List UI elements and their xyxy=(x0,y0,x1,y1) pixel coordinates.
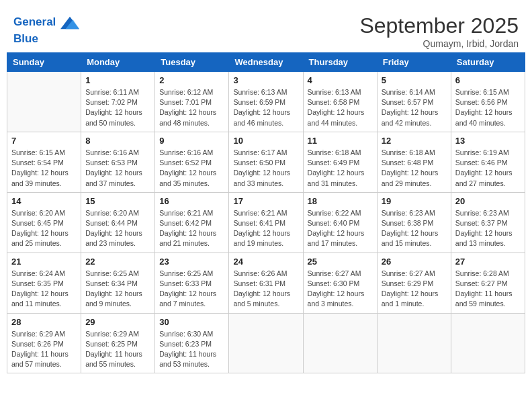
day-number: 6 xyxy=(455,75,521,85)
day-info: Sunrise: 6:30 AMSunset: 6:23 PMDaylight:… xyxy=(159,329,224,370)
day-number: 9 xyxy=(159,136,224,146)
day-info: Sunrise: 6:13 AMSunset: 6:59 PMDaylight:… xyxy=(233,87,298,128)
day-number: 5 xyxy=(382,75,447,85)
calendar-cell: 17Sunrise: 6:21 AMSunset: 6:41 PMDayligh… xyxy=(229,192,303,253)
day-number: 15 xyxy=(85,196,150,206)
calendar-cell: 19Sunrise: 6:23 AMSunset: 6:38 PMDayligh… xyxy=(377,192,451,253)
calendar-cell xyxy=(7,72,81,132)
page-header: General Blue September 2025 Qumaym, Irbi… xyxy=(7,7,525,52)
calendar-cell: 2Sunrise: 6:12 AMSunset: 7:01 PMDaylight… xyxy=(155,72,229,132)
day-info: Sunrise: 6:27 AMSunset: 6:30 PMDaylight:… xyxy=(308,269,373,310)
calendar-cell xyxy=(377,313,451,373)
calendar-cell: 9Sunrise: 6:16 AMSunset: 6:52 PMDaylight… xyxy=(155,132,229,192)
day-number: 29 xyxy=(85,317,150,327)
calendar-cell: 24Sunrise: 6:26 AMSunset: 6:31 PMDayligh… xyxy=(229,253,303,313)
day-info: Sunrise: 6:29 AMSunset: 6:26 PMDaylight:… xyxy=(11,329,77,370)
day-number: 10 xyxy=(233,136,298,146)
logo: General Blue xyxy=(13,13,79,46)
day-number: 18 xyxy=(308,196,373,206)
day-number: 28 xyxy=(11,317,77,327)
calendar-cell: 13Sunrise: 6:19 AMSunset: 6:46 PMDayligh… xyxy=(451,132,525,192)
day-number: 4 xyxy=(308,75,373,85)
day-number: 1 xyxy=(85,75,150,85)
calendar-cell: 26Sunrise: 6:27 AMSunset: 6:29 PMDayligh… xyxy=(377,253,451,313)
calendar-cell: 15Sunrise: 6:20 AMSunset: 6:44 PMDayligh… xyxy=(81,192,155,253)
day-number: 25 xyxy=(308,257,373,267)
calendar-cell: 18Sunrise: 6:22 AMSunset: 6:40 PMDayligh… xyxy=(303,192,377,253)
title-block: September 2025 Qumaym, Irbid, Jordan xyxy=(359,13,519,49)
day-info: Sunrise: 6:12 AMSunset: 7:01 PMDaylight:… xyxy=(159,87,224,128)
calendar-cell: 16Sunrise: 6:21 AMSunset: 6:42 PMDayligh… xyxy=(155,192,229,253)
day-number: 22 xyxy=(85,257,150,267)
calendar-cell xyxy=(229,313,303,373)
day-info: Sunrise: 6:25 AMSunset: 6:34 PMDaylight:… xyxy=(85,269,150,310)
calendar-week-row: 1Sunrise: 6:11 AMSunset: 7:02 PMDaylight… xyxy=(7,72,525,132)
logo-blue: Blue xyxy=(13,32,79,46)
day-info: Sunrise: 6:13 AMSunset: 6:58 PMDaylight:… xyxy=(308,87,373,128)
calendar-week-row: 14Sunrise: 6:20 AMSunset: 6:45 PMDayligh… xyxy=(7,192,525,253)
day-info: Sunrise: 6:20 AMSunset: 6:44 PMDaylight:… xyxy=(85,208,150,249)
weekday-header-sunday: Sunday xyxy=(7,53,81,72)
day-number: 12 xyxy=(382,136,447,146)
day-number: 20 xyxy=(455,196,521,206)
day-info: Sunrise: 6:23 AMSunset: 6:38 PMDaylight:… xyxy=(382,208,447,249)
day-info: Sunrise: 6:17 AMSunset: 6:50 PMDaylight:… xyxy=(233,148,298,189)
day-number: 7 xyxy=(11,136,77,146)
weekday-header-saturday: Saturday xyxy=(451,53,525,72)
calendar-cell: 27Sunrise: 6:28 AMSunset: 6:27 PMDayligh… xyxy=(451,253,525,313)
day-number: 11 xyxy=(308,136,373,146)
day-info: Sunrise: 6:21 AMSunset: 6:41 PMDaylight:… xyxy=(233,208,298,249)
calendar-cell: 11Sunrise: 6:18 AMSunset: 6:49 PMDayligh… xyxy=(303,132,377,192)
calendar-week-row: 7Sunrise: 6:15 AMSunset: 6:54 PMDaylight… xyxy=(7,132,525,192)
weekday-header-monday: Monday xyxy=(81,53,155,72)
day-info: Sunrise: 6:22 AMSunset: 6:40 PMDaylight:… xyxy=(308,208,373,249)
calendar-cell: 28Sunrise: 6:29 AMSunset: 6:26 PMDayligh… xyxy=(7,313,81,373)
weekday-header-tuesday: Tuesday xyxy=(155,53,229,72)
calendar-cell: 6Sunrise: 6:15 AMSunset: 6:56 PMDaylight… xyxy=(451,72,525,132)
calendar-cell: 14Sunrise: 6:20 AMSunset: 6:45 PMDayligh… xyxy=(7,192,81,253)
calendar-cell: 20Sunrise: 6:23 AMSunset: 6:37 PMDayligh… xyxy=(451,192,525,253)
calendar-cell: 30Sunrise: 6:30 AMSunset: 6:23 PMDayligh… xyxy=(155,313,229,373)
calendar-cell: 8Sunrise: 6:16 AMSunset: 6:53 PMDaylight… xyxy=(81,132,155,192)
day-info: Sunrise: 6:25 AMSunset: 6:33 PMDaylight:… xyxy=(159,269,224,310)
calendar-cell: 4Sunrise: 6:13 AMSunset: 6:58 PMDaylight… xyxy=(303,72,377,132)
month-title: September 2025 xyxy=(359,13,519,38)
day-number: 23 xyxy=(159,257,224,267)
day-info: Sunrise: 6:11 AMSunset: 7:02 PMDaylight:… xyxy=(85,87,150,128)
day-number: 27 xyxy=(455,257,521,267)
day-info: Sunrise: 6:24 AMSunset: 6:35 PMDaylight:… xyxy=(11,269,77,310)
day-info: Sunrise: 6:18 AMSunset: 6:49 PMDaylight:… xyxy=(308,148,373,189)
calendar-cell: 12Sunrise: 6:18 AMSunset: 6:48 PMDayligh… xyxy=(377,132,451,192)
day-info: Sunrise: 6:15 AMSunset: 6:54 PMDaylight:… xyxy=(11,148,77,189)
day-info: Sunrise: 6:14 AMSunset: 6:57 PMDaylight:… xyxy=(382,87,447,128)
calendar-week-row: 21Sunrise: 6:24 AMSunset: 6:35 PMDayligh… xyxy=(7,253,525,313)
day-number: 8 xyxy=(85,136,150,146)
calendar-table: SundayMondayTuesdayWednesdayThursdayFrid… xyxy=(7,52,525,373)
calendar-cell xyxy=(451,313,525,373)
calendar-cell: 21Sunrise: 6:24 AMSunset: 6:35 PMDayligh… xyxy=(7,253,81,313)
day-number: 24 xyxy=(233,257,298,267)
location-subtitle: Qumaym, Irbid, Jordan xyxy=(359,38,519,49)
weekday-header-thursday: Thursday xyxy=(303,53,377,72)
calendar-cell: 3Sunrise: 6:13 AMSunset: 6:59 PMDaylight… xyxy=(229,72,303,132)
day-info: Sunrise: 6:23 AMSunset: 6:37 PMDaylight:… xyxy=(455,208,521,249)
day-number: 16 xyxy=(159,196,224,206)
day-number: 21 xyxy=(11,257,77,267)
day-number: 17 xyxy=(233,196,298,206)
day-number: 19 xyxy=(382,196,447,206)
day-number: 26 xyxy=(382,257,447,267)
weekday-header-friday: Friday xyxy=(377,53,451,72)
calendar-cell: 22Sunrise: 6:25 AMSunset: 6:34 PMDayligh… xyxy=(81,253,155,313)
day-info: Sunrise: 6:16 AMSunset: 6:52 PMDaylight:… xyxy=(159,148,224,189)
calendar-week-row: 28Sunrise: 6:29 AMSunset: 6:26 PMDayligh… xyxy=(7,313,525,373)
day-number: 13 xyxy=(455,136,521,146)
weekday-header-wednesday: Wednesday xyxy=(229,53,303,72)
calendar-cell: 10Sunrise: 6:17 AMSunset: 6:50 PMDayligh… xyxy=(229,132,303,192)
calendar-cell: 25Sunrise: 6:27 AMSunset: 6:30 PMDayligh… xyxy=(303,253,377,313)
logo-text: General xyxy=(13,13,79,32)
day-info: Sunrise: 6:19 AMSunset: 6:46 PMDaylight:… xyxy=(455,148,521,189)
day-info: Sunrise: 6:15 AMSunset: 6:56 PMDaylight:… xyxy=(455,87,521,128)
calendar-cell xyxy=(303,313,377,373)
day-info: Sunrise: 6:27 AMSunset: 6:29 PMDaylight:… xyxy=(382,269,447,310)
day-number: 30 xyxy=(159,317,224,327)
